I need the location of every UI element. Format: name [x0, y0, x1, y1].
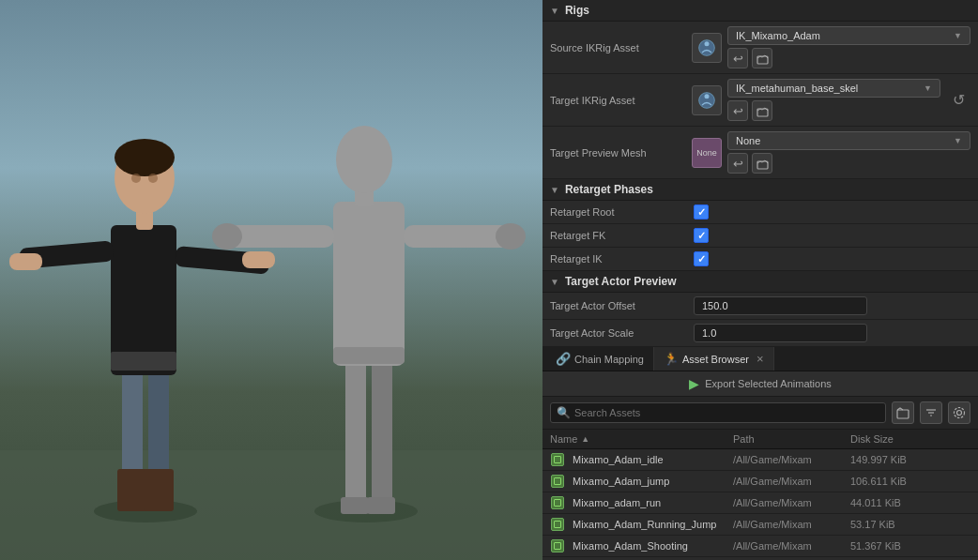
- anim-icon-inner: [554, 456, 561, 463]
- table-row[interactable]: Mixamo_Adam_jump /All/Game/Mixam 106.611…: [542, 471, 978, 492]
- retarget-root-row: Retarget Root: [542, 201, 978, 224]
- asset-path-cell: /All/Game/Mixam: [733, 540, 850, 552]
- retarget-ik-checkbox[interactable]: [694, 251, 709, 266]
- svg-point-42: [955, 408, 965, 418]
- asset-name-cell: Mixamo_Adam_jump: [550, 474, 733, 489]
- asset-size-cell: 44.011 KiB: [850, 497, 970, 508]
- asset-path-cell: /All/Game/Mixam: [733, 497, 850, 508]
- target-ikrig-icon-btn[interactable]: [692, 85, 722, 115]
- svg-rect-5: [144, 469, 174, 511]
- anim-icon-inner: [554, 499, 561, 507]
- target-ikrig-reset-btn[interactable]: ↺: [946, 88, 970, 113]
- preview-mesh-back-btn[interactable]: ↩: [727, 153, 748, 174]
- rigs-section-header[interactable]: ▼ Rigs: [542, 0, 978, 22]
- target-actor-preview-arrow[interactable]: ▼: [550, 277, 559, 287]
- svg-rect-22: [333, 202, 405, 366]
- retarget-fk-checkbox[interactable]: [694, 228, 709, 243]
- svg-point-29: [336, 126, 392, 193]
- target-ikrig-value: IK_metahuman_base_skel: [736, 83, 858, 94]
- asset-name: Mixamo_Adam_idle: [573, 454, 733, 465]
- asset-name: Mixamo_Adam_jump: [573, 476, 733, 487]
- rigs-collapse-arrow[interactable]: ▼: [550, 6, 559, 16]
- asset-browser-icon: 🏃: [664, 352, 679, 366]
- folder-btn[interactable]: [892, 401, 914, 424]
- actor-scale-label: Target Actor Scale: [550, 327, 686, 339]
- retarget-ik-label: Retarget IK: [550, 253, 686, 265]
- asset-name-cell: Mixamo_Adam_Shooting: [550, 538, 733, 553]
- source-ikrig-icon-btn[interactable]: [692, 33, 722, 63]
- target-ikrig-browse-btn[interactable]: [752, 100, 772, 121]
- col-path-header[interactable]: Path: [733, 433, 850, 445]
- actor-offset-input-wrap: [694, 296, 867, 315]
- svg-point-27: [496, 223, 526, 250]
- settings-btn[interactable]: [948, 401, 970, 424]
- export-btn[interactable]: ▶ Export Selected Animations: [542, 371, 978, 397]
- asset-path: /All/Game/Mixam: [733, 497, 812, 508]
- asset-size: 149.997 KiB: [850, 454, 907, 465]
- retarget-phases-label: Retarget Phases: [565, 183, 653, 196]
- table-row[interactable]: Mixamo_adam_run /All/Game/Mixam 44.011 K…: [542, 492, 978, 514]
- filter-btn[interactable]: [920, 401, 942, 424]
- asset-file-icon: [550, 495, 565, 510]
- svg-point-26: [212, 223, 242, 250]
- target-ikrig-row: Target IKRig Asset IK_metahuman_base_ske…: [542, 74, 978, 127]
- source-ikrig-dropdown[interactable]: IK_Mixamo_Adam ▼: [727, 26, 970, 45]
- preview-mesh-browse-btn[interactable]: [752, 153, 772, 174]
- tab-asset-browser-label: Asset Browser: [682, 354, 749, 365]
- target-ikrig-dropdown[interactable]: IK_metahuman_base_skel ▼: [727, 79, 940, 98]
- table-row[interactable]: Mixamo_Adam_Running_Jump /All/Game/Mixam…: [542, 514, 978, 536]
- viewport-panel: [0, 0, 542, 560]
- actor-offset-row: Target Actor Offset: [542, 293, 978, 320]
- actor-scale-input[interactable]: [695, 325, 866, 341]
- svg-rect-37: [897, 410, 909, 418]
- preview-mesh-icon[interactable]: None: [692, 138, 722, 168]
- anim-icon-inner: [554, 542, 561, 550]
- col-name-header[interactable]: Name ▲: [550, 433, 733, 445]
- source-ikrig-dropdown-wrap: IK_Mixamo_Adam ▼ ↩: [727, 26, 970, 68]
- source-ikrig-back-btn[interactable]: ↩: [727, 48, 748, 68]
- target-ikrig-back-btn[interactable]: ↩: [727, 100, 748, 121]
- tab-chain-mapping[interactable]: 🔗 Chain Mapping: [546, 347, 654, 371]
- table-row[interactable]: Mixamo_Adam_idle /All/Game/Mixam 149.997…: [542, 449, 978, 471]
- target-actor-preview-header[interactable]: ▼ Target Actor Preview: [542, 271, 978, 293]
- preview-mesh-row: Target Preview Mesh None None ▼ ↩: [542, 127, 978, 179]
- col-name-label: Name: [550, 433, 577, 445]
- preview-mesh-label: Target Preview Mesh: [550, 147, 686, 159]
- anim-icon-inner: [554, 521, 561, 528]
- asset-file-icon: [550, 474, 565, 489]
- anim-icon: [551, 475, 564, 488]
- asset-size: 106.611 KiB: [850, 476, 907, 487]
- source-ikrig-actions: ↩: [727, 48, 970, 68]
- chain-mapping-icon: 🔗: [556, 352, 571, 366]
- asset-name-cell: Mixamo_Adam_Running_Jump: [550, 517, 733, 532]
- table-row[interactable]: Mixamo_Adam_Shooting /All/Game/Mixam 51.…: [542, 536, 978, 557]
- tab-chain-mapping-label: Chain Mapping: [574, 354, 644, 365]
- svg-point-41: [957, 411, 962, 416]
- none-box-text: None: [696, 148, 717, 158]
- tabs-bar: 🔗 Chain Mapping 🏃 Asset Browser ×: [542, 347, 978, 371]
- actor-offset-input[interactable]: [695, 297, 866, 314]
- asset-table: Name ▲ Path Disk Size Mixamo_Adam_idle /…: [542, 430, 978, 560]
- tab-asset-browser[interactable]: 🏃 Asset Browser ×: [654, 347, 774, 371]
- preview-mesh-dropdown[interactable]: None ▼: [727, 131, 970, 150]
- export-btn-label: Export Selected Animations: [705, 378, 832, 389]
- source-ikrig-browse-btn[interactable]: [752, 48, 772, 68]
- preview-mesh-actions: ↩: [727, 153, 970, 174]
- retarget-phases-arrow[interactable]: ▼: [550, 185, 559, 195]
- asset-name-cell: Mixamo_adam_run: [550, 495, 733, 510]
- asset-file-icon: [550, 538, 565, 553]
- asset-size: 44.011 KiB: [850, 497, 901, 508]
- asset-path-cell: /All/Game/Mixam: [733, 454, 850, 465]
- preview-mesh-value: None: [736, 135, 760, 146]
- asset-name: Mixamo_Adam_Shooting: [573, 540, 733, 552]
- anim-icon: [551, 453, 564, 466]
- svg-rect-23: [333, 347, 405, 364]
- asset-size-cell: 149.997 KiB: [850, 454, 970, 465]
- retarget-root-checkbox[interactable]: [694, 204, 709, 219]
- retarget-phases-header[interactable]: ▼ Retarget Phases: [542, 179, 978, 201]
- search-wrap: 🔍: [550, 402, 886, 423]
- tab-asset-browser-close[interactable]: ×: [756, 352, 764, 366]
- search-input[interactable]: [574, 407, 879, 418]
- svg-rect-4: [117, 469, 147, 511]
- col-size-header[interactable]: Disk Size: [850, 433, 970, 445]
